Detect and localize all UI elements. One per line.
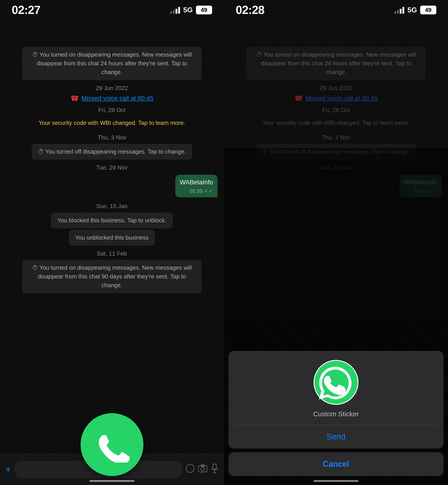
left-wa-circle <box>80 413 144 476</box>
left-disappear-90[interactable]: ⏱ You turned on disappearing messages. N… <box>22 260 202 293</box>
right-date-2: Fri, 28 Oct <box>230 107 442 114</box>
left-panel: 02:27 5G 49 ‹ WBI WBI <box>0 0 224 485</box>
left-bubble-time: 01:33 <box>190 188 202 194</box>
sheet-sticker-section: Custom Sticker <box>229 351 443 425</box>
left-bubble-meta: 01:33 ✓✓ <box>180 188 213 194</box>
left-date-6: Sat, 11 Feb <box>6 250 217 257</box>
signal-bar-1 <box>170 11 172 14</box>
left-camera-button[interactable] <box>198 464 207 475</box>
left-bubble-tick: ✓✓ <box>204 188 213 194</box>
left-mic-button[interactable] <box>211 464 218 475</box>
left-date-3: Thu, 3 Nov <box>6 134 217 141</box>
left-date-5: Sun, 15 Jan <box>6 203 217 210</box>
right-missed-call: ☎ Missed voice call at 00:45 <box>230 94 442 102</box>
sheet-wa-svg <box>313 360 359 405</box>
signal-bar-4 <box>178 7 180 14</box>
svg-rect-1 <box>186 464 194 472</box>
sheet-wa-logo <box>313 360 359 405</box>
right-battery: 49 <box>420 6 436 14</box>
sheet-main-card: Custom Sticker Send <box>229 351 443 449</box>
left-signal <box>170 6 180 14</box>
left-block-msg[interactable]: You blocked this business. Tap to unbloc… <box>51 212 173 228</box>
right-signal-bar-3 <box>400 9 401 14</box>
left-bubble-text: WABetaInfo <box>180 178 213 186</box>
right-security-msg: Your security code with WBI changed. Tap… <box>230 116 442 129</box>
right-missed-call-text: Missed voice call at 00:45 <box>305 95 377 102</box>
right-time: 02:28 <box>236 3 264 17</box>
right-signal-bar-1 <box>394 11 396 14</box>
right-date-1: 29 Jun 2022 <box>230 85 442 92</box>
left-bubble-row: WABetaInfo 01:33 ✓✓ <box>6 175 217 197</box>
right-signal <box>394 6 404 14</box>
right-panel: 02:28 5G 49 ‹ WBI WBI <box>224 0 448 485</box>
signal-bar-2 <box>173 10 175 14</box>
right-status-bar: 02:28 5G 49 <box>224 0 448 20</box>
left-unblock-msg[interactable]: You unblocked this business <box>69 230 155 246</box>
sheet-send-button[interactable]: Send <box>229 425 443 449</box>
left-status-bar: 02:27 5G 49 <box>0 0 224 20</box>
left-battery: 49 <box>196 6 212 14</box>
left-disappear-notice[interactable]: ⏱ You turned on disappearing messages. N… <box>22 47 202 80</box>
left-date-2: Fri, 28 Oct <box>6 107 217 114</box>
left-missed-call-text: Missed voice call at 00:45 <box>81 95 153 102</box>
left-status-right: 5G 49 <box>170 6 212 14</box>
left-off-msg[interactable]: ⏱ You turned off disappearing messages. … <box>32 144 192 160</box>
left-date-1: 29 Jun 2022 <box>6 85 217 92</box>
left-time: 02:27 <box>12 3 40 17</box>
left-network: 5G <box>183 6 193 14</box>
signal-bar-3 <box>176 9 177 14</box>
left-date-4: Tue, 29 Nov <box>6 164 217 171</box>
left-emoji-button[interactable] <box>186 464 195 475</box>
left-home-indicator <box>89 480 135 482</box>
left-bubble: WABetaInfo 01:33 ✓✓ <box>175 175 217 197</box>
left-plus-button[interactable]: + <box>5 464 11 475</box>
left-chat-area: ⏱ You turned on disappearing messages. N… <box>0 42 224 453</box>
left-missed-call[interactable]: ☎ Missed voice call at 00:45 <box>6 94 217 102</box>
right-signal-bar-2 <box>397 10 399 14</box>
right-network: 5G <box>407 6 417 14</box>
right-missed-call-icon: ☎ <box>295 94 303 102</box>
svg-rect-5 <box>213 464 216 469</box>
left-wa-phone-icon <box>94 427 130 462</box>
sheet-sticker-label: Custom Sticker <box>313 410 359 418</box>
sheet-cancel-button[interactable]: Cancel <box>229 452 443 476</box>
right-date-3: Thu, 3 Nov <box>230 134 442 141</box>
right-signal-bar-4 <box>402 7 404 14</box>
action-sheet: Custom Sticker Send Cancel <box>224 351 448 485</box>
right-home-indicator <box>313 480 359 482</box>
left-wa-logo <box>80 413 144 476</box>
right-disappear-notice: ⏱ You turned on disappearing messages. N… <box>246 47 426 80</box>
right-status-right: 5G 49 <box>394 6 436 14</box>
left-missed-call-icon: ☎ <box>71 94 79 102</box>
svg-point-3 <box>201 467 204 471</box>
left-security-msg[interactable]: Your security code with WBI changed. Tap… <box>6 116 217 129</box>
